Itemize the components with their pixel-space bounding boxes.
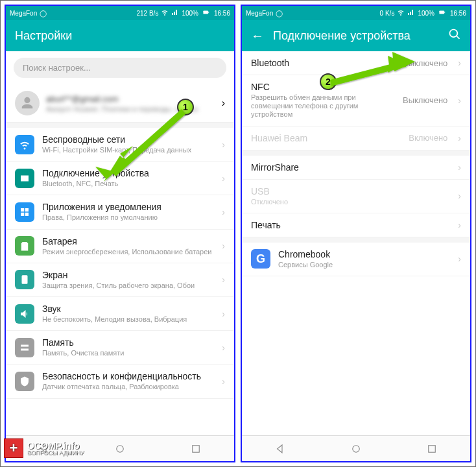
svg-rect-2 [22,276,28,285]
statusbar-left: MegaFon ◯ 212 B/s 100% 16:56 [6,6,234,20]
settings-item-wireless[interactable]: Беспроводные сети Wi-Fi, Настройки SIM-к… [6,128,234,162]
carrier-icon: ◯ [276,10,283,17]
nav-recent-button[interactable] [419,436,445,462]
watermark-subtitle: ВОПРОСЫ АДМИНУ [27,450,84,456]
chevron-right-icon: › [222,274,225,285]
wifi-icon [397,8,405,18]
settings-item-sound[interactable]: Звук Не беспокоить, Мелодия вызова, Вибр… [6,297,234,331]
nav-home-button[interactable] [343,436,369,462]
chevron-right-icon: › [222,139,225,150]
signal-icon [171,8,179,18]
phone-left-settings: MegaFon ◯ 212 B/s 100% 16:56 Настройки [5,5,235,462]
storage-icon [15,338,34,357]
item-title: Подключение устройства [42,168,214,178]
net-speed: 0 K/s [380,10,395,17]
svg-point-7 [353,445,360,452]
avatar-icon [15,91,40,115]
item-title: Память [42,337,214,348]
battery-pct: 100% [418,10,434,17]
net-speed: 212 B/s [136,10,158,17]
page-title: Подключение устройства [273,29,439,43]
settings-item-battery[interactable]: Батарея Режим энергосбережения, Использо… [6,230,234,263]
phone-right-device-connection: MegaFon ◯ 0 K/s 100% 16:56 ← Подключен [241,5,471,462]
item-title: Huawei Beam [251,133,401,143]
google-icon: G [251,249,270,269]
display-icon [15,270,34,289]
nav-home-button[interactable] [107,436,133,462]
nav-back-button[interactable] [267,436,293,462]
appbar-right: ← Подключение устройства [242,20,470,51]
back-arrow-icon[interactable]: ← [251,29,264,43]
settings-item-display[interactable]: Экран Защита зрения, Стиль рабочего экра… [6,263,234,297]
item-chromebook[interactable]: G Chromebook Сервисы Google › [242,243,470,276]
item-value: Выключено [403,95,447,105]
svg-rect-6 [444,12,445,14]
android-navbar [242,435,470,461]
item-subtitle: Bluetooth, NFC, Печать [42,180,214,188]
appbar-left: Настройки [6,20,234,51]
wifi-icon [161,8,169,18]
carrier-label: MegaFon [246,10,273,17]
carrier-icon: ◯ [40,10,47,17]
chevron-right-icon: › [458,191,461,201]
item-title: MirrorShare [251,162,450,173]
item-title: Печать [251,220,450,230]
signal-icon [407,8,415,18]
item-title: Батарея [42,236,214,246]
item-title: Беспроводные сети [42,134,214,145]
page-title: Настройки [15,29,225,43]
annotation-step-1: 1 [177,99,194,115]
profile-row[interactable]: aburl**@gmail.com Аккаунт Huawei. Платеж… [6,84,234,123]
item-title: Bluetooth [251,58,395,68]
item-subtitle: Датчик отпечатка пальца, Разблокировка [42,383,214,391]
statusbar-right: MegaFon ◯ 0 K/s 100% 16:56 [242,6,470,20]
battery-icon [201,9,211,17]
settings-item-security[interactable]: Безопасность и конфиденциальность Датчик… [6,365,234,398]
chevron-right-icon: › [222,97,225,109]
svg-rect-1 [208,12,209,14]
section-divider [6,123,234,128]
settings-item-storage[interactable]: Память Память, Очистка памяти › [6,331,234,365]
search-input[interactable]: Поиск настроек... [14,58,226,78]
nav-recent-button[interactable] [183,436,209,462]
item-subtitle: Защита зрения, Стиль рабочего экрана, Об… [42,281,214,290]
item-huawei-beam: Huawei Beam Включено › [242,126,470,150]
chevron-right-icon: › [458,254,461,264]
sound-icon [15,304,34,324]
annotation-step-2: 2 [320,73,337,90]
item-subtitle: Отключено [251,198,450,206]
section-divider [242,237,470,243]
watermark: + OCOMP.info ВОПРОСЫ АДМИНУ [4,438,84,458]
search-icon[interactable] [448,28,461,44]
clock: 16:56 [450,10,466,17]
chevron-right-icon: › [222,207,225,217]
device-icon [15,169,34,188]
chevron-right-icon: › [222,173,225,184]
watermark-title: OCOMP.info [27,441,84,450]
settings-item-apps[interactable]: Приложения и уведомления Права, Приложен… [6,195,234,229]
item-nfc[interactable]: NFC Разрешить обмен данными при совмещен… [242,75,470,126]
chevron-right-icon: › [222,309,225,319]
apps-icon [15,202,34,222]
wifi-icon [15,135,34,154]
item-subtitle: Память, Очистка памяти [42,349,214,357]
item-title: Экран [42,270,214,280]
svg-rect-0 [203,11,208,14]
item-title: Безопасность и конфиденциальность [42,371,214,381]
chevron-right-icon: › [222,376,225,387]
battery-icon [437,9,447,17]
chevron-right-icon: › [458,58,461,68]
item-bluetooth[interactable]: Bluetooth Выключено › [242,51,470,75]
security-icon [15,372,34,391]
item-subtitle: Разрешить обмен данными при совмещении т… [251,93,395,119]
battery-icon [15,236,34,256]
item-subtitle: Не беспокоить, Мелодия вызова, Вибрация [42,315,214,324]
plus-icon: + [4,438,23,458]
section-divider [242,150,470,156]
item-subtitle: Права, Приложения по умолчанию [42,213,214,222]
item-mirrorshare[interactable]: MirrorShare › [242,156,470,180]
item-print[interactable]: Печать › [242,213,470,237]
svg-rect-5 [439,11,444,14]
settings-item-device-connection[interactable]: Подключение устройства Bluetooth, NFC, П… [6,162,234,195]
item-subtitle: Режим энергосбережения, Использование ба… [42,248,214,256]
